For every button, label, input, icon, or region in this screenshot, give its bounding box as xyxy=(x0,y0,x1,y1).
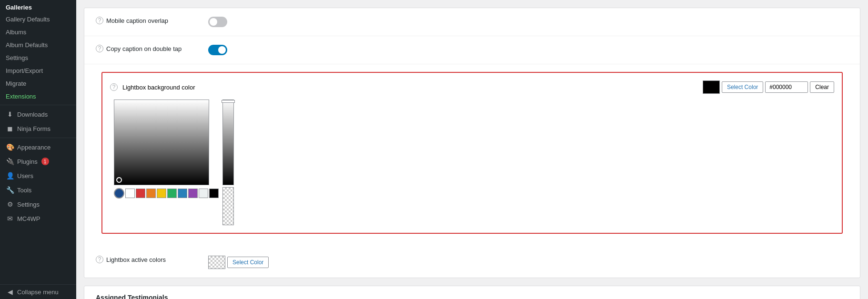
lightbox-active-colors-label: ? Lightbox active colors xyxy=(96,256,201,263)
sidebar-item-label: Ninja Forms xyxy=(17,125,50,132)
sidebar-item-import-export[interactable]: Import/Export xyxy=(0,64,76,77)
copy-caption-help-icon[interactable]: ? xyxy=(96,45,103,52)
sidebar-item-settings-wp[interactable]: ⚙ Settings xyxy=(0,197,76,211)
mobile-caption-overlap-text: Mobile caption overlap xyxy=(106,17,168,24)
lightbox-bg-color-preview xyxy=(703,80,720,94)
swatch-yellow[interactable] xyxy=(157,189,166,198)
plugins-badge: 1 xyxy=(41,158,49,165)
toggle-knob xyxy=(210,18,217,26)
tools-icon: 🔧 xyxy=(6,186,14,194)
sidebar: Galleries Gallery Defaults Albums Album … xyxy=(0,0,76,299)
collapse-icon: ◀ xyxy=(6,288,14,296)
sidebar-item-label: Plugins xyxy=(17,158,38,165)
picker-cursor xyxy=(116,177,122,183)
lightbox-bg-color-header: ? Lightbox background color Select Color… xyxy=(110,80,834,94)
mobile-caption-overlap-toggle[interactable] xyxy=(208,17,227,27)
copy-caption-row: ? Copy caption on double tap xyxy=(84,36,860,64)
hue-bar-container xyxy=(222,100,234,225)
sidebar-item-gallery-defaults[interactable]: Gallery Defaults xyxy=(0,13,76,26)
mobile-caption-overlap-label: ? Mobile caption overlap xyxy=(96,17,201,24)
assigned-testimonials-title: Assigned Testimonials xyxy=(96,294,168,299)
appearance-icon: 🎨 xyxy=(6,143,14,151)
sidebar-item-album-defaults[interactable]: Album Defaults xyxy=(0,39,76,51)
settings-icon: ⚙ xyxy=(6,200,14,209)
settings-panel: ? Mobile caption overlap ? Copy caption … xyxy=(84,8,860,278)
lightbox-active-color-preview xyxy=(208,256,225,269)
sidebar-item-label: MC4WP xyxy=(17,215,40,222)
sidebar-item-label: Migrate xyxy=(6,80,26,87)
sidebar-item-downloads[interactable]: ⬇ Downloads xyxy=(0,107,76,121)
copy-caption-toggle[interactable] xyxy=(208,45,227,55)
color-picker-widget xyxy=(110,100,834,225)
sidebar-galleries-header: Galleries xyxy=(0,0,76,13)
plugins-icon: 🔌 xyxy=(6,157,14,166)
users-icon: 👤 xyxy=(6,171,14,180)
sidebar-item-label: Users xyxy=(17,172,33,179)
download-icon: ⬇ xyxy=(6,110,14,119)
sidebar-item-plugins[interactable]: 🔌 Plugins 1 xyxy=(0,154,76,169)
lightbox-bg-select-color-button[interactable]: Select Color xyxy=(722,81,763,93)
mobile-caption-help-icon[interactable]: ? xyxy=(96,17,103,24)
sidebar-item-albums[interactable]: Albums xyxy=(0,26,76,39)
mc4wp-icon: ✉ xyxy=(6,214,14,223)
swatch-selected-circle[interactable] xyxy=(114,188,124,199)
sidebar-item-label: Album Defaults xyxy=(6,41,48,49)
sidebar-item-mc4wp[interactable]: ✉ MC4WP xyxy=(0,211,76,226)
hue-slider xyxy=(222,100,235,103)
color-swatches-row xyxy=(114,188,219,199)
sidebar-item-label: Gallery Defaults xyxy=(6,16,50,23)
lightbox-bg-clear-button[interactable]: Clear xyxy=(810,81,834,93)
sidebar-item-label: Downloads xyxy=(17,111,48,118)
sidebar-item-migrate[interactable]: Migrate xyxy=(0,77,76,90)
main-content: ? Mobile caption overlap ? Copy caption … xyxy=(76,0,868,299)
sidebar-item-label: Albums xyxy=(6,29,26,36)
lightbox-bg-help-icon[interactable]: ? xyxy=(110,83,118,91)
sidebar-item-tools[interactable]: 🔧 Tools xyxy=(0,183,76,197)
swatch-white[interactable] xyxy=(125,189,135,198)
sidebar-item-label: Import/Export xyxy=(6,67,43,74)
sidebar-item-label: Appearance xyxy=(17,144,50,151)
sidebar-item-label: Settings xyxy=(17,201,40,208)
lightbox-bg-color-section: ? Lightbox background color Select Color… xyxy=(101,72,843,234)
lightbox-active-select-color-button[interactable]: Select Color xyxy=(227,257,269,268)
swatch-blue[interactable] xyxy=(178,189,187,198)
ninja-forms-icon: ◼ xyxy=(6,124,14,133)
color-gradient-canvas[interactable] xyxy=(114,100,209,185)
color-gradient-container xyxy=(114,100,219,225)
lightbox-active-colors-row: ? Lightbox active colors Select Color xyxy=(84,247,860,278)
lightbox-active-colors-help-icon[interactable]: ? xyxy=(96,256,103,263)
opacity-bar[interactable] xyxy=(222,187,234,225)
lightbox-bg-color-label: Lightbox background color xyxy=(122,84,195,91)
sidebar-item-extensions[interactable]: Extensions xyxy=(0,90,76,103)
assigned-testimonials-section: Assigned Testimonials xyxy=(84,286,860,299)
color-hue-bar[interactable] xyxy=(222,100,234,185)
toggle-knob xyxy=(218,46,226,54)
sidebar-item-users[interactable]: 👤 Users xyxy=(0,169,76,183)
swatch-purple[interactable] xyxy=(188,189,198,198)
swatch-black[interactable] xyxy=(209,189,219,198)
swatch-green[interactable] xyxy=(167,189,177,198)
lightbox-active-colors-control: Select Color xyxy=(208,256,269,269)
sidebar-item-label: Settings xyxy=(6,54,28,61)
swatch-light-gray[interactable] xyxy=(199,189,208,198)
sidebar-item-settings[interactable]: Settings xyxy=(0,51,76,64)
copy-caption-text: Copy caption on double tap xyxy=(106,45,182,52)
swatch-red[interactable] xyxy=(136,189,145,198)
sidebar-item-label: Tools xyxy=(17,187,31,194)
sidebar-item-label: Extensions xyxy=(6,93,36,100)
swatch-orange[interactable] xyxy=(146,189,156,198)
lightbox-bg-color-hex-input[interactable] xyxy=(765,81,808,93)
sidebar-item-appearance[interactable]: 🎨 Appearance xyxy=(0,140,76,154)
lightbox-bg-color-section-wrapper: ? Lightbox background color Select Color… xyxy=(84,72,860,247)
sidebar-item-label: Collapse menu xyxy=(17,289,59,296)
sidebar-item-ninja-forms[interactable]: ◼ Ninja Forms xyxy=(0,121,76,136)
copy-caption-label: ? Copy caption on double tap xyxy=(96,45,201,52)
lightbox-active-colors-text: Lightbox active colors xyxy=(106,256,166,263)
mobile-caption-overlap-row: ? Mobile caption overlap xyxy=(84,8,860,36)
sidebar-collapse-menu[interactable]: ◀ Collapse menu xyxy=(0,285,76,299)
